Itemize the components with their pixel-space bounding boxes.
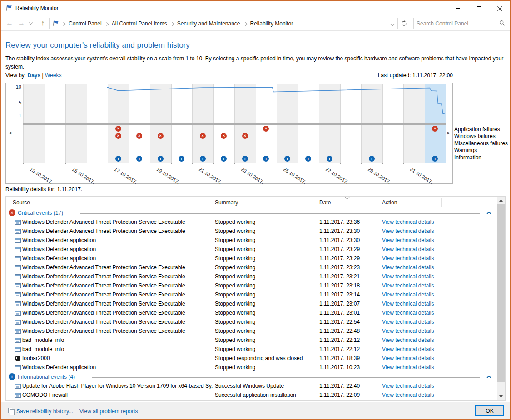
view-by-weeks-link[interactable]: Weeks xyxy=(45,72,61,79)
column-header-action[interactable]: Action xyxy=(382,199,397,206)
view-all-problem-reports-link[interactable]: View all problem reports xyxy=(79,408,138,415)
info-marker-icon[interactable]: i xyxy=(242,156,248,162)
breadcrumb-item[interactable]: All Control Panel Items xyxy=(109,20,170,27)
table-row[interactable]: Windows Defender applicationStopped work… xyxy=(6,363,505,372)
scroll-up-icon[interactable] xyxy=(499,199,503,202)
event-group-row[interactable]: ×Critical events (17) xyxy=(6,208,505,217)
application-icon xyxy=(15,247,21,252)
view-technical-details-link[interactable]: View technical details xyxy=(382,346,434,352)
table-row[interactable]: Windows Defender applicationStopped work… xyxy=(6,236,505,245)
view-technical-details-link[interactable]: View technical details xyxy=(382,273,434,280)
maximize-button[interactable] xyxy=(468,1,489,15)
summary-cell: Stopped working xyxy=(215,246,255,252)
error-marker-icon[interactable]: × xyxy=(263,126,269,132)
chart-scroll-left-icon[interactable]: ◄ xyxy=(8,130,12,136)
scroll-down-icon[interactable] xyxy=(499,395,503,398)
search-icon[interactable] xyxy=(497,20,507,27)
chart-scroll-right-icon[interactable]: ► xyxy=(447,130,451,136)
view-technical-details-link[interactable]: View technical details xyxy=(382,364,434,371)
breadcrumb: Control PanelAll Control Panel ItemsSecu… xyxy=(49,18,410,29)
collapse-group-icon[interactable] xyxy=(487,376,491,380)
search-input[interactable] xyxy=(414,20,497,27)
history-dropdown-icon[interactable] xyxy=(27,17,35,29)
column-header-summary[interactable]: Summary xyxy=(215,199,238,206)
view-by-days-link[interactable]: Days xyxy=(27,72,40,79)
table-row[interactable]: bad_module_infoStopped working1.11.2017.… xyxy=(6,336,505,345)
refresh-button[interactable] xyxy=(398,18,410,29)
table-row[interactable]: foobar2000Stopped responding and was clo… xyxy=(6,354,505,363)
event-group-row[interactable]: iInformational events (4) xyxy=(6,372,505,381)
table-row[interactable]: Windows Defender Advanced Threat Protect… xyxy=(6,317,505,326)
chart-row-label: Application failures xyxy=(454,126,508,133)
breadcrumb-item[interactable]: Control Panel xyxy=(66,20,104,27)
table-scrollbar[interactable] xyxy=(497,197,505,400)
scrollbar-thumb[interactable] xyxy=(497,204,505,382)
date-cell: 1.11.2017. 22:54 xyxy=(319,319,360,325)
save-reliability-history-link[interactable]: Save reliability history... xyxy=(16,408,73,415)
table-row[interactable]: Windows Defender applicationStopped work… xyxy=(6,245,505,254)
table-row[interactable]: Windows Defender Advanced Threat Protect… xyxy=(6,272,505,281)
view-technical-details-link[interactable]: View technical details xyxy=(382,264,434,271)
ok-button[interactable]: OK xyxy=(475,405,504,416)
forward-button[interactable]: → xyxy=(15,17,27,29)
date-cell: 1.11.2017. 23:29 xyxy=(319,246,360,252)
date-cell: 1.11.2017. 22:12 xyxy=(319,337,360,343)
info-marker-icon[interactable]: i xyxy=(115,156,121,162)
info-marker-icon[interactable]: i xyxy=(158,156,164,162)
table-row[interactable]: Windows Defender Advanced Threat Protect… xyxy=(6,290,505,299)
table-row[interactable]: Windows Defender Advanced Threat Protect… xyxy=(6,263,505,272)
table-row[interactable]: Windows Defender Advanced Threat Protect… xyxy=(6,281,505,290)
error-marker-icon[interactable]: × xyxy=(432,126,438,132)
table-row[interactable]: COMODO FirewallSuccessful application in… xyxy=(6,390,505,400)
table-row[interactable]: Windows Defender applicationStopped work… xyxy=(6,254,505,263)
back-button[interactable]: ← xyxy=(4,17,15,29)
view-technical-details-link[interactable]: View technical details xyxy=(382,246,434,252)
up-button[interactable]: ↑ xyxy=(37,17,48,29)
application-icon xyxy=(15,320,21,325)
view-technical-details-link[interactable]: View technical details xyxy=(382,319,434,325)
column-header-source[interactable]: Source xyxy=(13,199,30,206)
column-header-date[interactable]: Date xyxy=(319,199,331,206)
view-technical-details-link[interactable]: View technical details xyxy=(382,328,434,334)
navigation-bar: ← → ↑ Control PanelAll Control Panel Ite… xyxy=(1,15,510,31)
view-technical-details-link[interactable]: View technical details xyxy=(382,228,434,234)
breadcrumb-item[interactable]: Security and Maintenance xyxy=(174,20,243,27)
date-cell: 1.11.2017. 23:29 xyxy=(319,255,360,262)
info-group-icon: i xyxy=(9,373,15,380)
info-marker-icon[interactable]: i xyxy=(327,156,332,162)
view-technical-details-link[interactable]: View technical details xyxy=(382,337,434,343)
view-technical-details-link[interactable]: View technical details xyxy=(382,355,434,361)
view-technical-details-link[interactable]: View technical details xyxy=(382,282,434,289)
summary-cell: Stopped working xyxy=(215,346,255,352)
error-marker-icon[interactable]: × xyxy=(115,126,121,132)
view-technical-details-link[interactable]: View technical details xyxy=(382,237,434,243)
summary-cell: Stopped working xyxy=(215,255,255,262)
table-row[interactable]: Windows Defender Advanced Threat Protect… xyxy=(6,227,505,236)
breadcrumb-dropdown-icon[interactable] xyxy=(387,20,397,27)
close-button[interactable] xyxy=(489,1,510,15)
table-row[interactable]: bad_module_infoStopped working1.11.2017.… xyxy=(6,345,505,354)
stability-index-line xyxy=(23,84,446,123)
info-marker-icon[interactable]: i xyxy=(284,156,290,162)
table-row[interactable]: Windows Defender Advanced Threat Protect… xyxy=(6,217,505,227)
info-marker-icon[interactable]: i xyxy=(369,156,375,162)
info-marker-icon[interactable]: i xyxy=(200,156,206,162)
view-technical-details-link[interactable]: View technical details xyxy=(382,292,434,298)
summary-cell: Stopped responding and was closed xyxy=(215,355,303,361)
date-cell: 1.11.2017. 23:23 xyxy=(319,264,360,271)
date-cell: 1.11.2017. 23:36 xyxy=(319,219,360,225)
view-technical-details-link[interactable]: View technical details xyxy=(382,392,434,398)
table-row[interactable]: Windows Defender Advanced Threat Protect… xyxy=(6,299,505,308)
view-technical-details-link[interactable]: View technical details xyxy=(382,301,434,307)
view-technical-details-link[interactable]: View technical details xyxy=(382,255,434,262)
view-technical-details-link[interactable]: View technical details xyxy=(382,219,434,225)
view-technical-details-link[interactable]: View technical details xyxy=(382,383,434,389)
table-row[interactable]: Windows Defender Advanced Threat Protect… xyxy=(6,326,505,336)
source-cell: bad_module_info xyxy=(22,337,64,343)
table-row[interactable]: Update for Adobe Flash Player for Window… xyxy=(6,381,505,390)
table-row[interactable]: Windows Defender Advanced Threat Protect… xyxy=(6,308,505,317)
view-technical-details-link[interactable]: View technical details xyxy=(382,310,434,316)
collapse-group-icon[interactable] xyxy=(487,212,491,216)
breadcrumb-item[interactable]: Reliability Monitor xyxy=(248,20,296,27)
minimize-button[interactable] xyxy=(447,1,468,15)
